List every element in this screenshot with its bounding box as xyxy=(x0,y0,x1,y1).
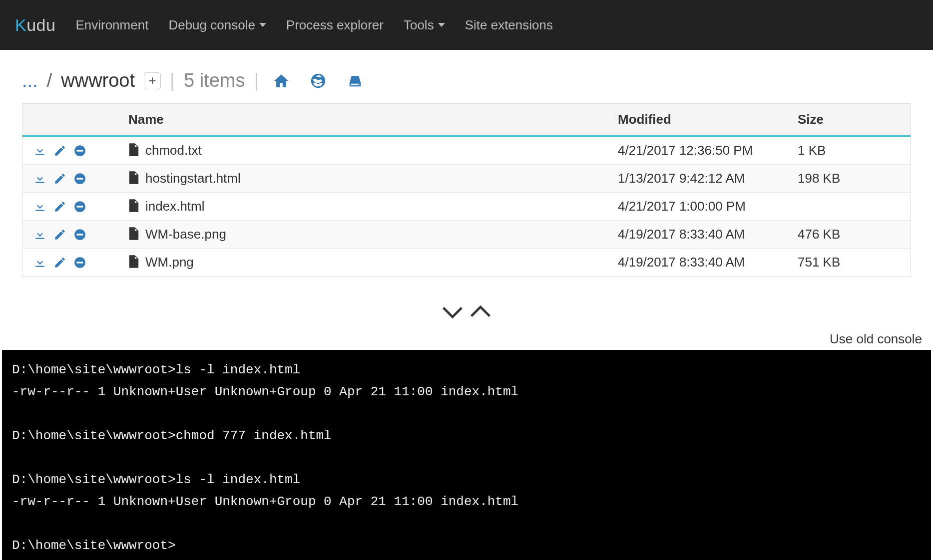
nav-process-explorer-label: Process explorer xyxy=(286,17,384,33)
file-icon xyxy=(128,199,139,212)
add-item-button[interactable]: + xyxy=(144,72,161,89)
row-actions xyxy=(33,144,106,157)
edit-icon[interactable] xyxy=(53,172,66,185)
svg-rect-1 xyxy=(77,150,83,151)
file-name[interactable]: WM-base.png xyxy=(145,227,226,242)
caret-down-icon xyxy=(438,23,445,27)
use-old-console-row: Use old console xyxy=(0,331,933,350)
toolbar-separator: | xyxy=(170,70,175,91)
file-name[interactable]: chmod.txt xyxy=(145,143,202,158)
disk-icon[interactable] xyxy=(347,72,364,89)
download-icon[interactable] xyxy=(33,200,46,213)
delete-icon[interactable] xyxy=(73,200,86,213)
svg-rect-3 xyxy=(77,178,83,179)
file-modified: 4/19/2017 8:33:40 AM xyxy=(618,227,745,242)
breadcrumb-slash: / xyxy=(47,70,52,91)
nav-menu: Environment Debug console Process explor… xyxy=(75,17,553,33)
use-old-console-link[interactable]: Use old console xyxy=(830,331,922,346)
table-row: WM-base.png 4/19/2017 8:33:40 AM 476 KB xyxy=(22,221,911,249)
file-icon xyxy=(128,227,139,240)
download-icon[interactable] xyxy=(33,144,46,157)
row-actions xyxy=(33,228,106,241)
item-count: 5 items xyxy=(184,70,245,91)
nav-debug-console[interactable]: Debug console xyxy=(168,17,266,33)
nav-site-extensions-label: Site extensions xyxy=(465,17,553,33)
col-name[interactable]: Name xyxy=(117,104,607,136)
row-actions xyxy=(33,256,106,269)
file-icon xyxy=(128,171,139,184)
svg-rect-7 xyxy=(77,234,83,235)
caret-down-icon xyxy=(259,23,266,27)
download-icon[interactable] xyxy=(33,228,46,241)
file-modified: 4/19/2017 8:33:40 AM xyxy=(618,255,745,270)
file-icon xyxy=(128,255,139,268)
file-size: 476 KB xyxy=(798,227,840,242)
download-icon[interactable] xyxy=(33,256,46,269)
col-size[interactable]: Size xyxy=(787,104,911,136)
file-modified: 4/21/2017 1:00:00 PM xyxy=(618,199,746,214)
delete-icon[interactable] xyxy=(73,144,86,157)
file-modified: 1/13/2017 9:42:12 AM xyxy=(618,171,745,186)
chevron-down-icon[interactable] xyxy=(443,304,463,321)
nav-site-extensions[interactable]: Site extensions xyxy=(465,17,553,33)
table-row: WM.png 4/19/2017 8:33:40 AM 751 KB xyxy=(22,249,911,277)
nav-process-explorer[interactable]: Process explorer xyxy=(286,17,384,33)
nav-debug-console-label: Debug console xyxy=(168,17,255,33)
edit-icon[interactable] xyxy=(53,228,66,241)
file-size: 198 KB xyxy=(798,171,840,186)
svg-rect-5 xyxy=(77,206,83,207)
nav-environment-label: Environment xyxy=(75,17,148,33)
file-name[interactable]: index.html xyxy=(145,199,205,214)
download-icon[interactable] xyxy=(33,172,46,185)
navbar: Kudu Environment Debug console Process e… xyxy=(0,0,933,50)
nav-environment[interactable]: Environment xyxy=(75,17,148,33)
brand-first-letter: K xyxy=(15,15,26,34)
chevron-up-icon[interactable] xyxy=(470,304,490,321)
file-table-wrap: Name Modified Size chmod.t xyxy=(22,103,911,277)
edit-icon[interactable] xyxy=(53,144,66,157)
brand-logo[interactable]: Kudu xyxy=(15,15,55,35)
edit-icon[interactable] xyxy=(53,256,66,269)
nav-tools[interactable]: Tools xyxy=(404,17,445,33)
toolbar-icons xyxy=(273,72,364,89)
file-table: Name Modified Size chmod.t xyxy=(22,104,911,276)
row-actions xyxy=(33,200,106,213)
file-icon xyxy=(128,143,139,156)
nav-tools-label: Tools xyxy=(404,17,434,33)
table-row: hostingstart.html 1/13/2017 9:42:12 AM 1… xyxy=(22,165,911,193)
row-actions xyxy=(33,172,106,185)
file-name[interactable]: WM.png xyxy=(145,255,194,270)
file-size: 1 KB xyxy=(798,143,826,158)
file-name[interactable]: hostingstart.html xyxy=(145,171,241,186)
col-modified[interactable]: Modified xyxy=(607,104,787,136)
breadcrumb-parent[interactable]: ... xyxy=(22,70,38,91)
breadcrumb-toolbar: ... / wwwroot + | 5 items | xyxy=(0,50,933,103)
table-row: chmod.txt 4/21/2017 12:36:50 PM 1 KB xyxy=(22,136,911,165)
brand-rest: udu xyxy=(26,15,55,34)
delete-icon[interactable] xyxy=(73,256,86,269)
toolbar-separator: | xyxy=(254,70,259,91)
home-icon[interactable] xyxy=(273,72,290,89)
table-row: index.html 4/21/2017 1:00:00 PM xyxy=(22,193,911,221)
table-header-row: Name Modified Size xyxy=(22,104,911,136)
edit-icon[interactable] xyxy=(53,200,66,213)
delete-icon[interactable] xyxy=(73,228,86,241)
svg-rect-9 xyxy=(77,262,83,263)
col-actions xyxy=(22,104,117,136)
globe-icon[interactable] xyxy=(310,72,327,89)
delete-icon[interactable] xyxy=(73,172,86,185)
file-size: 751 KB xyxy=(798,255,840,270)
debug-console[interactable]: D:\home\site\wwwroot>ls -l index.html -r… xyxy=(2,350,931,560)
breadcrumb-current: wwwroot xyxy=(61,70,135,91)
console-resize-handles xyxy=(0,277,933,331)
file-modified: 4/21/2017 12:36:50 PM xyxy=(618,143,753,158)
